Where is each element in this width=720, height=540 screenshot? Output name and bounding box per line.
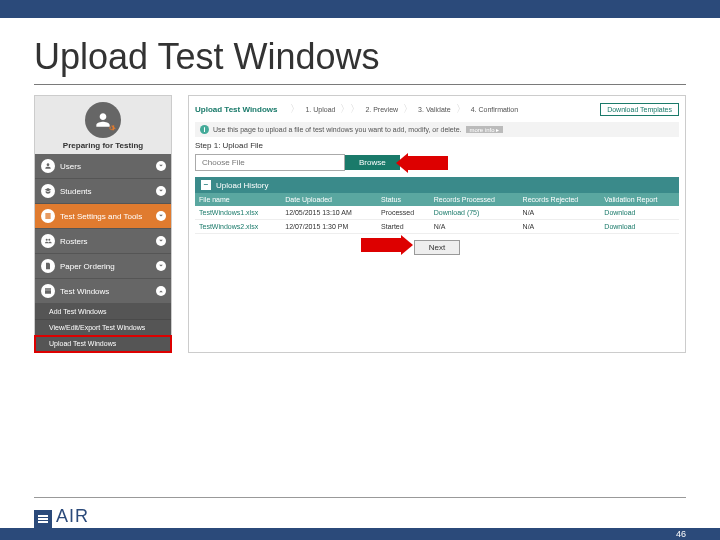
cell-date: 12/05/2015 13:10 AM [281,206,377,220]
user-gear-icon [85,102,121,138]
page-number: 46 [676,529,686,539]
chevron-down-icon [156,211,166,221]
cell-report[interactable]: Download [600,206,679,220]
cell-rejected: N/A [519,220,601,234]
callout-arrow-next [361,238,403,252]
table-row: TestWindows1.xlsx 12/05/2015 13:10 AM Pr… [195,206,679,220]
cell-filename[interactable]: TestWindows1.xlsx [195,206,281,220]
history-title: Upload History [216,181,268,190]
wizard-steps: 〉 1. Upload 〉〉 2. Preview 〉 3. Validate … [287,102,600,116]
window-icon [41,284,55,298]
sidebar-item-paper-ordering[interactable]: Paper Ordering [35,254,171,279]
panel-title: Upload Test Windows [195,105,277,114]
subitem-add-test-windows[interactable]: Add Test Windows [35,304,171,320]
subitem-view-edit-export[interactable]: View/Edit/Export Test Windows [35,320,171,336]
chevron-down-icon [156,186,166,196]
sidebar-item-users[interactable]: Users [35,154,171,179]
cell-report[interactable]: Download [600,220,679,234]
info-banner: i Use this page to upload a file of test… [195,122,679,137]
more-info-button[interactable]: more info ▸ [466,126,504,133]
upload-history-header[interactable]: − Upload History [195,177,679,193]
cell-rejected: N/A [519,206,601,220]
subitem-upload-test-windows[interactable]: Upload Test Windows [35,336,171,352]
logo-mark-icon [34,510,52,528]
chevron-up-icon [156,286,166,296]
sidebar-item-test-settings[interactable]: Test Settings and Tools [35,204,171,229]
sidebar-header-label: Preparing for Testing [35,141,171,150]
svg-point-1 [48,239,50,241]
download-templates-button[interactable]: Download Templates [600,103,679,116]
table-header-row: File name Date Uploaded Status Records P… [195,193,679,206]
cell-date: 12/07/2015 1:30 PM [281,220,377,234]
top-bar [0,0,720,18]
slide-title: Upload Test Windows [0,18,720,84]
col-report: Validation Report [600,193,679,206]
next-button[interactable]: Next [414,240,460,255]
sidebar-item-label: Users [60,162,81,171]
step-arrow-icon: 〉〉 [340,102,360,116]
step-4: 4. Confirmation [471,106,518,113]
sidebar-item-label: Rosters [60,237,88,246]
step-arrow-icon: 〉 [403,102,413,116]
sidebar-item-label: Test Settings and Tools [60,212,142,221]
info-icon: i [200,125,209,134]
roster-icon [41,234,55,248]
collapse-icon[interactable]: − [201,180,211,190]
users-icon [41,159,55,173]
sidebar-item-label: Students [60,187,92,196]
cell-status: Started [377,220,430,234]
cell-processed: N/A [430,220,519,234]
chevron-down-icon [156,261,166,271]
upload-history-table: File name Date Uploaded Status Records P… [195,193,679,234]
callout-arrow-browse [406,156,448,170]
sidebar-item-students[interactable]: Students [35,179,171,204]
table-row: TestWindows2.xlsx 12/07/2015 1:30 PM Sta… [195,220,679,234]
step-2: 2. Preview [365,106,398,113]
choose-file-input[interactable]: Choose File [195,154,345,171]
chevron-down-icon [156,236,166,246]
logo-text: AIR [56,506,170,527]
chevron-down-icon [156,161,166,171]
content-area: Preparing for Testing Users Students Tes… [0,95,720,353]
col-status: Status [377,193,430,206]
svg-point-0 [46,239,48,241]
main-panel: Upload Test Windows 〉 1. Upload 〉〉 2. Pr… [188,95,686,353]
paper-icon [41,259,55,273]
sidebar-item-test-windows[interactable]: Test Windows [35,279,171,304]
browse-button[interactable]: Browse [345,155,400,170]
step-1-label: Step 1: Upload File [195,141,679,150]
step-arrow-icon: 〉 [290,102,300,116]
cell-filename[interactable]: TestWindows2.xlsx [195,220,281,234]
col-processed: Records Processed [430,193,519,206]
wizard-row: Upload Test Windows 〉 1. Upload 〉〉 2. Pr… [195,102,679,116]
sidebar-item-label: Paper Ordering [60,262,115,271]
student-icon [41,184,55,198]
cell-processed[interactable]: Download (75) [430,206,519,220]
col-filename: File name [195,193,281,206]
step-3: 3. Validate [418,106,451,113]
footer-bar [0,528,720,540]
sidebar-header: Preparing for Testing [35,96,171,154]
step-arrow-icon: 〉 [456,102,466,116]
settings-icon [41,209,55,223]
title-underline [34,84,686,85]
sidebar-item-label: Test Windows [60,287,109,296]
step-1: 1. Upload [305,106,335,113]
next-row: Next [195,240,679,255]
info-text: Use this page to upload a file of test w… [213,126,462,133]
sidebar-item-rosters[interactable]: Rosters [35,229,171,254]
col-date: Date Uploaded [281,193,377,206]
col-rejected: Records Rejected [519,193,601,206]
sidebar: Preparing for Testing Users Students Tes… [34,95,172,353]
upload-row: Choose File Browse [195,154,679,171]
cell-status: Processed [377,206,430,220]
